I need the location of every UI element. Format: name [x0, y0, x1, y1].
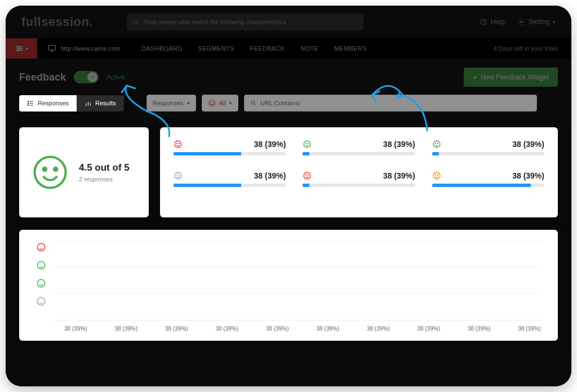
svg-point-16 — [28, 104, 29, 105]
brand-logo: fullsession. — [21, 15, 93, 29]
active-toggle[interactable] — [74, 71, 99, 83]
svg-point-25 — [212, 103, 213, 103]
svg-point-47 — [435, 175, 436, 175]
breakdown-value: 38 (39%) — [383, 171, 415, 180]
svg-point-54 — [42, 264, 43, 265]
svg-point-26 — [251, 101, 255, 104]
nav-members[interactable]: MEMBERS — [334, 45, 367, 52]
svg-point-30 — [54, 168, 57, 171]
help-link[interactable]: Help — [480, 18, 505, 26]
svg-point-51 — [42, 246, 43, 247]
search-placeholder: Find people who match the following char… — [144, 19, 286, 25]
filter-toggle-button[interactable]: ▾ — [6, 38, 37, 59]
svg-point-40 — [175, 172, 181, 179]
breakdown-item: 38 (39%) — [174, 140, 286, 155]
nav-dashboard[interactable]: DASHBOARD — [141, 45, 182, 52]
breakdown-item: 38 (39%) — [303, 140, 415, 155]
x-label: 38 (39%) — [64, 326, 87, 332]
svg-point-50 — [39, 246, 40, 247]
new-feedback-widget-button[interactable]: + New Feedback Widget — [464, 68, 558, 87]
svg-point-15 — [28, 103, 29, 104]
tab-responses[interactable]: Responses — [19, 95, 77, 112]
plus-icon: + — [473, 73, 477, 82]
url-display[interactable]: http://www.name.com — [37, 44, 130, 53]
nav-segments[interactable]: SEGMENTS — [198, 45, 234, 52]
page: Feedback Active + New Feedback Widget Re… — [6, 59, 571, 350]
search-icon — [250, 100, 257, 106]
svg-point-44 — [306, 175, 307, 175]
svg-point-58 — [37, 297, 45, 305]
svg-point-29 — [43, 168, 47, 171]
x-label: 38 (39%) — [417, 326, 440, 332]
svg-point-45 — [308, 175, 309, 175]
score-card: 4.5 out of 5 2 responses — [19, 127, 149, 217]
svg-point-34 — [304, 141, 310, 148]
svg-point-46 — [433, 172, 440, 179]
svg-point-32 — [176, 143, 177, 144]
svg-point-9 — [20, 48, 21, 50]
toggle-label: Active — [106, 73, 125, 81]
emotion-icon — [303, 171, 312, 180]
svg-point-28 — [35, 157, 66, 188]
chart-area — [53, 241, 541, 320]
svg-line-27 — [255, 104, 256, 106]
svg-point-56 — [39, 282, 40, 283]
svg-line-1 — [137, 23, 139, 25]
svg-rect-11 — [48, 46, 55, 50]
breakdown-card: 38 (39%) 38 (39%) 38 (39%) 38 (39%) 38 (… — [160, 127, 558, 217]
emotion-icon — [432, 171, 441, 180]
filter-responses[interactable]: Responses ▾ — [147, 95, 196, 112]
breakdown-value: 38 (39%) — [512, 140, 544, 149]
list-icon — [27, 100, 34, 107]
emotion-icon — [36, 260, 46, 270]
svg-point-53 — [39, 264, 40, 265]
score-sub: 2 responses — [79, 176, 130, 182]
chart-y-icons — [36, 241, 46, 320]
svg-point-10 — [17, 50, 19, 51]
search-icon — [132, 19, 140, 26]
x-label: 38 (39%) — [316, 326, 339, 332]
nav-links: DASHBOARD SEGMENTS FEEDBACK NOTE MEMBERS — [130, 45, 367, 52]
svg-point-23 — [209, 100, 215, 106]
x-label: 38 (39%) — [468, 326, 491, 332]
svg-point-42 — [179, 175, 179, 175]
filter-url[interactable]: URL Contains/ — [244, 95, 537, 112]
brand-text: fullsession — [21, 15, 89, 29]
x-label: 38 (39%) — [114, 326, 137, 332]
svg-point-0 — [134, 20, 137, 24]
breakdown-value: 38 (39%) — [254, 140, 286, 149]
breakdown-value: 38 (39%) — [512, 171, 544, 180]
nav-note[interactable]: NOTE — [300, 45, 318, 52]
score-headline: 4.5 out of 5 — [79, 162, 130, 173]
tab-results[interactable]: Results — [77, 95, 124, 112]
svg-point-48 — [437, 175, 438, 175]
svg-point-33 — [179, 143, 179, 144]
filter-all[interactable]: All ▾ — [202, 95, 238, 112]
x-label: 38 (39%) — [215, 326, 238, 332]
chart-card: 38 (39%)38 (39%)38 (39%)38 (39%)38 (39%)… — [19, 230, 558, 341]
filters-row: Responses Results Responses ▾ All ▾ URL … — [19, 95, 558, 112]
check-icon — [90, 74, 95, 80]
chart-x-labels: 38 (39%)38 (39%)38 (39%)38 (39%)38 (39%)… — [36, 320, 541, 332]
emotion-icon — [36, 242, 46, 252]
page-header: Feedback Active + New Feedback Widget — [19, 68, 558, 87]
svg-point-38 — [435, 143, 436, 144]
breakdown-item: 38 (39%) — [432, 140, 544, 155]
svg-point-49 — [37, 243, 45, 251]
x-label: 38 (39%) — [518, 326, 541, 332]
x-label: 38 (39%) — [367, 326, 390, 332]
svg-point-8 — [17, 46, 19, 47]
search-input[interactable]: Find people who match the following char… — [127, 14, 363, 30]
emotion-icon — [174, 140, 183, 149]
chevron-down-icon: ▾ — [26, 46, 28, 51]
svg-point-37 — [433, 141, 440, 148]
svg-point-52 — [37, 261, 45, 269]
emotion-icon — [432, 140, 441, 149]
settings-link[interactable]: Setting ▾ — [517, 18, 556, 26]
svg-point-43 — [304, 172, 310, 179]
breakdown-item: 38 (39%) — [432, 171, 544, 187]
svg-point-4 — [520, 21, 522, 23]
breakdown-item: 38 (39%) — [303, 171, 415, 187]
nav-feedback[interactable]: FEEDBACK — [250, 45, 285, 52]
smiley-icon — [208, 99, 216, 107]
